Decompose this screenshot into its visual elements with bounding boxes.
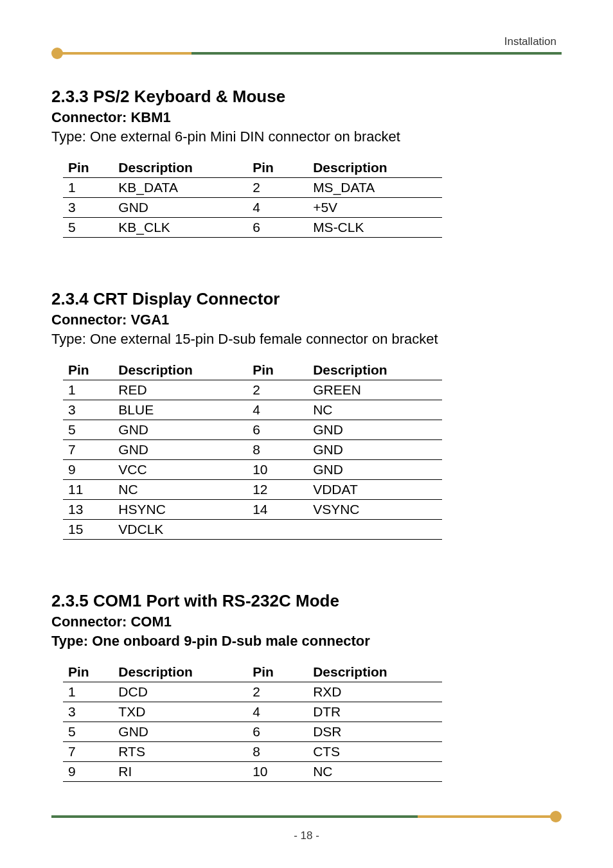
table-row: 3 BLUE 4 NC — [63, 400, 442, 420]
cell: 5 — [63, 218, 113, 238]
cell: GND — [308, 460, 442, 480]
cell: 9 — [63, 460, 113, 480]
cell: 5 — [63, 722, 113, 742]
cell: KB_DATA — [113, 178, 247, 198]
cell: 1 — [63, 178, 113, 198]
cell: 2 — [247, 178, 308, 198]
table-row: 13 HSYNC 14 VSYNC — [63, 500, 442, 520]
table-row: 11 NC 12 VDDAT — [63, 480, 442, 500]
type-com1: Type: One onboard 9-pin D-sub male conne… — [51, 633, 562, 650]
cell — [247, 520, 308, 540]
header-bar-orange — [59, 52, 191, 55]
table-header: Pin — [247, 158, 308, 178]
cell: 8 — [247, 440, 308, 460]
cell: 6 — [247, 722, 308, 742]
footer-bar-green — [51, 815, 418, 818]
cell: 4 — [247, 702, 308, 722]
table-header: Description — [113, 360, 247, 380]
cell: 1 — [63, 380, 113, 400]
cell: 4 — [247, 400, 308, 420]
table-row: 5 GND 6 GND — [63, 420, 442, 440]
cell: MS-CLK — [308, 218, 442, 238]
type-kbm1: Type: One external 6-pin Mini DIN connec… — [51, 128, 562, 145]
type-vga1: Type: One external 15-pin D-sub female c… — [51, 331, 562, 348]
cell: 5 — [63, 420, 113, 440]
cell: 3 — [63, 702, 113, 722]
cell: GREEN — [308, 380, 442, 400]
table-header: Description — [308, 360, 442, 380]
cell: RED — [113, 380, 247, 400]
cell: 9 — [63, 762, 113, 782]
cell: GND — [113, 198, 247, 218]
cell: KB_CLK — [113, 218, 247, 238]
section-title-com1: 2.3.5 COM1 Port with RS-232C Mode — [51, 591, 562, 611]
footer-divider — [51, 815, 562, 818]
header-label: Installation — [51, 35, 562, 48]
table-header: Description — [308, 158, 442, 178]
table-row: 1 KB_DATA 2 MS_DATA — [63, 178, 442, 198]
cell: 8 — [247, 742, 308, 762]
table-row: 1 DCD 2 RXD — [63, 682, 442, 702]
cell: 3 — [63, 400, 113, 420]
table-row: 15 VDCLK — [63, 520, 442, 540]
table-ps2: Pin Description Pin Description 1 KB_DAT… — [63, 158, 442, 238]
cell: VDDAT — [308, 480, 442, 500]
cell: GND — [308, 420, 442, 440]
cell: GND — [113, 420, 247, 440]
cell: RTS — [113, 742, 247, 762]
cell: TXD — [113, 702, 247, 722]
header-divider — [51, 52, 562, 55]
cell: RI — [113, 762, 247, 782]
cell: NC — [308, 400, 442, 420]
table-header: Pin — [247, 360, 308, 380]
table-header: Description — [308, 662, 442, 682]
table-row: 3 TXD 4 DTR — [63, 702, 442, 722]
cell: VCC — [113, 460, 247, 480]
cell: DCD — [113, 682, 247, 702]
cell: CTS — [308, 742, 442, 762]
cell: GND — [113, 722, 247, 742]
cell: 3 — [63, 198, 113, 218]
cell: GND — [113, 440, 247, 460]
footer-bar-orange — [418, 815, 554, 818]
cell: VSYNC — [308, 500, 442, 520]
connector-kbm1: Connector: KBM1 — [51, 109, 562, 126]
cell: 2 — [247, 682, 308, 702]
cell: 11 — [63, 480, 113, 500]
table-row: 5 GND 6 DSR — [63, 722, 442, 742]
table-row: 1 RED 2 GREEN — [63, 380, 442, 400]
table-row: 7 GND 8 GND — [63, 440, 442, 460]
cell: 2 — [247, 380, 308, 400]
table-header: Pin — [63, 360, 113, 380]
section-title-crt: 2.3.4 CRT Display Connector — [51, 289, 562, 309]
table-row: 9 RI 10 NC — [63, 762, 442, 782]
table-crt: Pin Description Pin Description 1 RED 2 … — [63, 360, 442, 540]
table-header: Pin — [63, 158, 113, 178]
cell: 6 — [247, 420, 308, 440]
page-number: - 18 - — [51, 829, 562, 842]
cell: 7 — [63, 440, 113, 460]
cell: 15 — [63, 520, 113, 540]
cell: 12 — [247, 480, 308, 500]
table-row: 9 VCC 10 GND — [63, 460, 442, 480]
table-row: 3 GND 4 +5V — [63, 198, 442, 218]
table-row: 5 KB_CLK 6 MS-CLK — [63, 218, 442, 238]
cell: DSR — [308, 722, 442, 742]
cell: DTR — [308, 702, 442, 722]
cell: +5V — [308, 198, 442, 218]
cell: NC — [308, 762, 442, 782]
cell: 6 — [247, 218, 308, 238]
cell — [308, 520, 442, 540]
cell: HSYNC — [113, 500, 247, 520]
page-footer: - 18 - — [51, 815, 562, 842]
cell: GND — [308, 440, 442, 460]
header-bar-green — [191, 52, 562, 55]
cell: MS_DATA — [308, 178, 442, 198]
connector-com1: Connector: COM1 — [51, 614, 562, 630]
cell: 13 — [63, 500, 113, 520]
table-com1: Pin Description Pin Description 1 DCD 2 … — [63, 662, 442, 782]
cell: BLUE — [113, 400, 247, 420]
table-header: Description — [113, 158, 247, 178]
section-title-ps2: 2.3.3 PS/2 Keyboard & Mouse — [51, 87, 562, 107]
table-header: Description — [113, 662, 247, 682]
